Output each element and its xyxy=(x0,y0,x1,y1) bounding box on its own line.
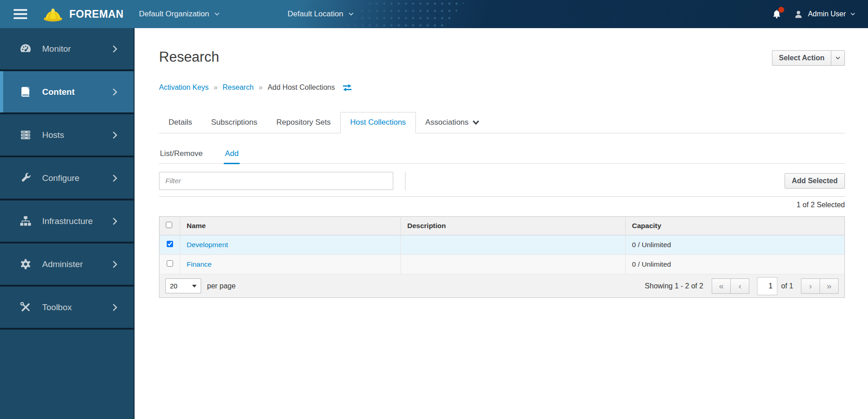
brand-logo[interactable]: FOREMAN xyxy=(43,6,124,23)
chevron-right-icon xyxy=(111,260,118,269)
sidebar-item-label: Configure xyxy=(42,173,79,183)
capacity-cell: 0 / Unlimited xyxy=(626,255,845,274)
chevron-down-icon xyxy=(835,56,840,60)
organization-dropdown[interactable]: Default Organization xyxy=(139,10,220,19)
tab-subscriptions[interactable]: Subscriptions xyxy=(202,112,267,133)
location-label: Default Location xyxy=(288,10,343,19)
select-action-split-button: Select Action xyxy=(772,50,845,66)
sidebar-item-infrastructure[interactable]: Infrastructure xyxy=(0,200,134,244)
sidebar-item-label: Infrastructure xyxy=(42,216,93,226)
caret-down-icon xyxy=(192,285,197,287)
host-collection-link[interactable]: Development xyxy=(187,241,228,248)
chevron-down-icon xyxy=(850,12,855,16)
per-page-select[interactable]: 20 xyxy=(165,278,201,293)
column-header-name: Name xyxy=(180,217,401,235)
current-page-input[interactable] xyxy=(757,277,777,295)
chevron-right-icon xyxy=(111,217,118,226)
main-content: Research Select Action Activation Keys »… xyxy=(135,28,868,419)
pagination-forward-group: › » xyxy=(801,278,839,294)
tab-associations[interactable]: Associations xyxy=(416,112,489,133)
book-icon xyxy=(18,86,33,98)
subtab-add[interactable]: Add xyxy=(224,146,239,164)
per-page-label: per page xyxy=(207,282,236,290)
tab-label: Subscriptions xyxy=(211,118,257,127)
section-divider xyxy=(159,196,845,197)
host-collections-table: Name Description Capacity Development 0 … xyxy=(159,216,845,274)
tools-icon xyxy=(18,301,33,313)
user-name: Admin User xyxy=(808,10,846,18)
sidebar-item-administer[interactable]: Administer xyxy=(0,244,134,287)
description-cell xyxy=(401,235,626,255)
tab-label: Repository Sets xyxy=(276,118,331,127)
filter-input[interactable] xyxy=(159,172,393,190)
breadcrumb-link-activation-keys[interactable]: Activation Keys xyxy=(159,83,208,92)
chevron-down-icon xyxy=(348,12,354,16)
hamburger-icon[interactable] xyxy=(14,9,27,19)
gear-icon xyxy=(18,258,33,270)
sidebar-item-label: Hosts xyxy=(42,130,64,140)
breadcrumb-separator: » xyxy=(213,83,217,92)
select-action-caret-button[interactable] xyxy=(831,50,845,66)
breadcrumb: Activation Keys » Research » Add Host Co… xyxy=(159,83,845,92)
brand-name: FOREMAN xyxy=(69,8,124,20)
chevron-right-icon xyxy=(111,131,118,140)
user-icon xyxy=(794,10,803,19)
sidebar-item-monitor[interactable]: Monitor xyxy=(0,28,134,71)
breadcrumb-link-research[interactable]: Research xyxy=(222,83,253,92)
user-menu[interactable]: Admin User xyxy=(794,10,855,19)
subtab-bar: List/Remove Add xyxy=(159,146,845,164)
first-page-button[interactable]: « xyxy=(712,278,731,294)
organization-label: Default Organization xyxy=(139,10,209,19)
wrench-icon xyxy=(18,172,33,184)
next-page-button[interactable]: › xyxy=(801,278,820,294)
top-navigation-bar: FOREMAN Default Organization Default Loc… xyxy=(0,0,868,28)
sitemap-icon xyxy=(18,215,33,227)
table-row-finance[interactable]: Finance 0 / Unlimited xyxy=(159,255,845,274)
swap-arrows-icon[interactable] xyxy=(342,84,352,92)
tab-host-collections[interactable]: Host Collections xyxy=(340,112,416,133)
column-header-capacity: Capacity xyxy=(626,217,845,235)
sidebar-item-configure[interactable]: Configure xyxy=(0,157,134,200)
chevron-right-icon xyxy=(111,303,118,312)
showing-summary: Showing 1 - 2 of 2 xyxy=(645,282,703,290)
toolbar-divider xyxy=(405,172,405,190)
sidebar-item-toolbox[interactable]: Toolbox xyxy=(0,287,134,330)
gauge-icon xyxy=(18,43,33,55)
tab-details[interactable]: Details xyxy=(159,112,202,133)
selection-summary: 1 of 2 Selected xyxy=(159,201,845,209)
servers-icon xyxy=(18,129,33,141)
caret-down-icon xyxy=(473,120,479,125)
chevron-right-icon xyxy=(111,44,118,54)
location-dropdown[interactable]: Default Location xyxy=(288,10,354,19)
add-selected-button[interactable]: Add Selected xyxy=(785,173,845,189)
sidebar-item-hosts[interactable]: Hosts xyxy=(0,114,134,157)
tab-label: Associations xyxy=(425,118,468,127)
column-header-description: Description xyxy=(401,217,626,235)
notifications-button[interactable] xyxy=(772,9,782,19)
select-action-button[interactable]: Select Action xyxy=(772,50,831,66)
sidebar-item-label: Administer xyxy=(42,259,83,269)
notification-badge xyxy=(778,7,784,13)
breadcrumb-current: Add Host Collections xyxy=(268,83,335,92)
tab-bar: Details Subscriptions Repository Sets Ho… xyxy=(159,112,845,133)
row-checkbox[interactable] xyxy=(167,241,173,247)
tab-repository-sets[interactable]: Repository Sets xyxy=(267,112,340,133)
total-pages-label: of 1 xyxy=(781,282,793,290)
row-checkbox[interactable] xyxy=(167,260,173,267)
pagination-back-group: « ‹ xyxy=(712,278,749,294)
sidebar-item-label: Monitor xyxy=(42,44,71,54)
tab-label: Details xyxy=(169,118,192,127)
chevron-down-icon xyxy=(214,12,220,16)
table-header-row: Name Description Capacity xyxy=(159,217,845,235)
pagination-bar: 20 per page Showing 1 - 2 of 2 « ‹ of 1 … xyxy=(159,274,845,298)
per-page-value: 20 xyxy=(170,282,178,290)
sidebar-item-label: Content xyxy=(42,87,75,97)
table-row-development[interactable]: Development 0 / Unlimited xyxy=(159,235,845,255)
previous-page-button[interactable]: ‹ xyxy=(730,278,749,294)
select-all-checkbox[interactable] xyxy=(166,222,172,228)
last-page-button[interactable]: » xyxy=(820,278,839,294)
sidebar-item-content[interactable]: Content xyxy=(0,71,134,114)
subtab-list-remove[interactable]: List/Remove xyxy=(159,146,203,164)
sidebar-item-label: Toolbox xyxy=(42,302,72,312)
host-collection-link[interactable]: Finance xyxy=(187,260,212,268)
